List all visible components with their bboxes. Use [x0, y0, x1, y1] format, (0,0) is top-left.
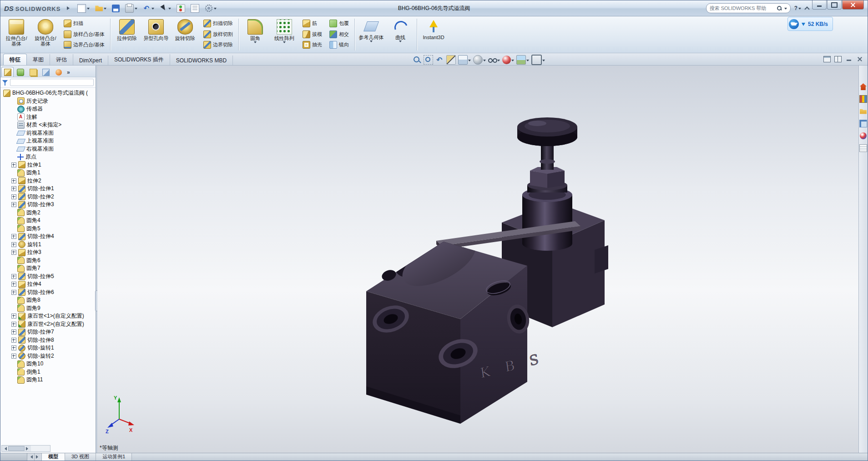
design-library-button[interactable] — [859, 95, 867, 103]
options-button[interactable] — [202, 2, 219, 14]
expand-plus-icon[interactable] — [11, 194, 16, 199]
command-tab[interactable]: 草图 — [27, 54, 50, 65]
tab-scroll-right-button[interactable] — [35, 453, 42, 461]
file-explorer-button[interactable] — [859, 107, 867, 115]
expand-plus-icon[interactable] — [11, 234, 16, 239]
cut-revolve-button[interactable]: 旋转切除 — [171, 17, 199, 52]
bottom-tab[interactable]: 模型 — [42, 453, 65, 461]
feature-manager-tab[interactable] — [1, 67, 14, 77]
tree-item[interactable]: 拉伸1 — [0, 161, 96, 169]
tree-item[interactable]: 圆角7 — [0, 264, 96, 273]
command-tab[interactable]: DimXpert — [73, 56, 108, 65]
hole-wizard-button[interactable]: 异型孔向导 — [142, 17, 170, 52]
tree-item[interactable]: 拉伸4 — [0, 280, 96, 289]
tree-item[interactable]: 切除-拉伸1 — [0, 185, 96, 193]
tree-item[interactable]: 材质 <未指定> — [0, 121, 96, 129]
loft-cut-button[interactable]: 放样切割 — [202, 30, 235, 39]
bottom-resize-grip[interactable] — [0, 453, 27, 461]
tree-item[interactable]: 康百世<1>(自定义配置) — [0, 312, 96, 320]
tree-item[interactable]: 拉伸3 — [0, 248, 96, 257]
undo-button[interactable] — [141, 2, 156, 14]
display-style-button[interactable] — [473, 55, 486, 65]
sweep-cut-button[interactable]: 扫描切除 — [202, 19, 235, 28]
bottom-tab[interactable]: 3D 视图 — [65, 453, 96, 461]
tree-item[interactable]: 历史记录 — [0, 97, 96, 106]
solidworks-resources-button[interactable] — [859, 83, 867, 91]
model-3d[interactable]: K B S — [363, 109, 609, 427]
expand-plus-icon[interactable] — [11, 282, 16, 287]
hide-show-items-button[interactable] — [488, 56, 500, 64]
tree-item[interactable]: 上视基准面 — [0, 137, 96, 145]
tree-item[interactable]: 注解 — [0, 113, 96, 122]
expand-plus-icon[interactable] — [11, 290, 16, 295]
select-button[interactable] — [157, 2, 173, 14]
configuration-manager-tab[interactable] — [27, 67, 39, 77]
appearances-scenes-button[interactable] — [859, 132, 867, 140]
scrollbar-thumb[interactable] — [8, 446, 25, 451]
panel-minimize-button[interactable] — [845, 56, 853, 63]
view-settings-button[interactable] — [531, 55, 545, 65]
boundary-button[interactable]: 边界凸台/基体 — [62, 40, 106, 50]
view-palette-button[interactable] — [859, 120, 867, 127]
tree-item[interactable]: 前视基准面 — [0, 129, 96, 137]
bottom-tab[interactable]: 运动算例1 — [96, 453, 132, 461]
command-tab[interactable]: 评估 — [50, 54, 73, 65]
reference-geometry-button[interactable]: 参考几何体 — [357, 17, 385, 52]
cut-extrude-button[interactable]: 拉伸切除 — [113, 17, 141, 52]
mirror-button[interactable]: 镜向 — [328, 40, 351, 50]
tree-item[interactable]: 圆角6 — [0, 257, 96, 265]
tree-root[interactable]: BHG-06BHG-06先导式溢流阀 ( — [0, 89, 96, 97]
edit-appearance-button[interactable] — [502, 56, 515, 64]
menu-flyout-arrow-icon[interactable] — [67, 6, 71, 10]
display-manager-tab[interactable] — [52, 67, 65, 77]
expand-plus-icon[interactable] — [11, 186, 16, 191]
command-tab[interactable]: 特征 — [3, 54, 27, 65]
draft-button[interactable]: 拔模 — [301, 30, 324, 39]
curves-button[interactable]: 曲线 — [386, 17, 414, 52]
close-button[interactable] — [842, 0, 864, 10]
shell-button[interactable]: 抽壳 — [301, 40, 324, 50]
tree-filter-input[interactable] — [10, 79, 94, 86]
scroll-right-button[interactable] — [25, 446, 31, 451]
tree-item[interactable]: 切除-拉伸7 — [0, 328, 96, 336]
expand-plus-icon[interactable] — [11, 322, 16, 327]
expand-plus-icon[interactable] — [11, 329, 16, 334]
linear-pattern-button[interactable]: 线性阵列 — [270, 17, 298, 52]
panel-close-button[interactable] — [856, 56, 864, 63]
scroll-left-button[interactable] — [2, 446, 8, 451]
open-button[interactable] — [93, 2, 109, 14]
search-dropdown-icon[interactable] — [784, 8, 787, 11]
instant3d-button[interactable]: Instant3D — [419, 17, 448, 52]
previous-view-button[interactable] — [435, 56, 444, 64]
rebuild-button[interactable] — [174, 2, 187, 14]
help-button[interactable]: ? — [794, 5, 801, 11]
tree-item[interactable]: 圆角10 — [0, 360, 96, 368]
graphics-area[interactable]: K B S Y X Z *等轴测 — [97, 66, 858, 453]
tree-item[interactable]: 切除-拉伸4 — [0, 233, 96, 241]
tree-item[interactable]: 切除-拉伸6 — [0, 289, 96, 297]
dimxpert-manager-tab[interactable] — [40, 67, 52, 77]
expand-plus-icon[interactable] — [11, 250, 16, 255]
tree-item[interactable]: 圆角5 — [0, 225, 96, 233]
tree-item[interactable]: 切除-拉伸5 — [0, 273, 96, 281]
tree-item[interactable]: 倒角1 — [0, 368, 96, 376]
expand-plus-icon[interactable] — [11, 162, 16, 167]
loft-button[interactable]: 放样凸台/基体 — [62, 30, 106, 39]
tree-item[interactable]: 圆角2 — [0, 209, 96, 217]
property-manager-tab[interactable] — [14, 67, 26, 77]
filter-funnel-icon[interactable] — [2, 80, 8, 86]
command-tab[interactable]: SOLIDWORKS 插件 — [108, 54, 170, 65]
sweep-button[interactable]: 扫描 — [62, 19, 106, 28]
tree-item[interactable]: 切除-拉伸8 — [0, 336, 96, 344]
rib-button[interactable]: 筋 — [301, 19, 324, 28]
revolve-boss-button[interactable]: 旋转凸台/基体 — [31, 17, 60, 52]
expand-plus-icon[interactable] — [11, 274, 16, 279]
tree-item[interactable]: 切除-旋转2 — [0, 352, 96, 360]
tree-item[interactable]: 圆角8 — [0, 296, 96, 304]
wrap-button[interactable]: 包覆 — [328, 19, 351, 28]
fillet-button[interactable]: 圆角 — [241, 17, 269, 52]
zoom-area-button[interactable] — [423, 55, 434, 65]
minimize-button[interactable] — [812, 0, 827, 10]
command-tab[interactable]: SOLIDWORKS MBD — [170, 56, 233, 65]
panel-more-button[interactable]: » — [67, 69, 70, 77]
